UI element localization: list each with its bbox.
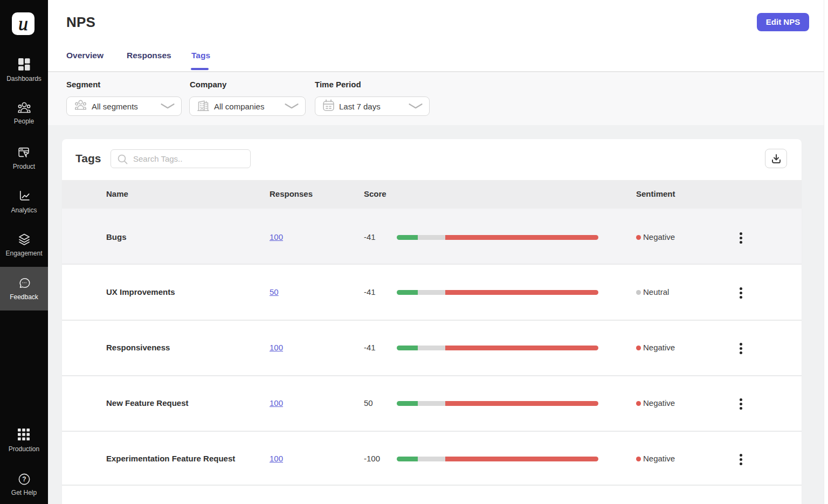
svg-text:?: ? xyxy=(22,475,26,483)
